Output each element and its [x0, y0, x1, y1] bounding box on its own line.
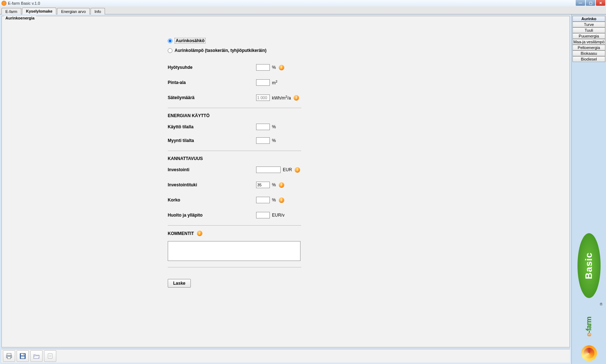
sidebar-item-biodiesel[interactable]: Biodiesel	[572, 56, 605, 62]
field-kaytto-tilalla: Käyttö tilalla %	[168, 123, 413, 130]
new-page-button[interactable]	[44, 350, 56, 362]
field-korko: Korko % i	[168, 196, 413, 204]
efarm-logo-text: e-farm	[585, 317, 593, 337]
input-myynti-tilalta[interactable]	[256, 137, 270, 144]
textarea-kommentit[interactable]	[168, 241, 300, 261]
laske-button[interactable]: Laske	[168, 279, 191, 288]
section-header-kannattavuus: KANNATTAVUUS	[168, 156, 413, 161]
app-icon	[1, 1, 6, 6]
registered-mark-icon: ®	[600, 302, 602, 306]
sidebar-item-puuenergia[interactable]: Puuenergia	[572, 33, 605, 39]
save-button[interactable]	[17, 350, 29, 362]
field-hyotysuhde: Hyötysuhde % i	[168, 64, 413, 71]
printer-icon	[5, 352, 13, 360]
radio-label-aurinkolampo: Aurinkolämpö (tasokeräin, tyhjiöputkiker…	[175, 48, 267, 53]
radio-row-aurinkosahko[interactable]: Aurinkosähkö	[168, 38, 413, 44]
field-investointituki: Investointituki % i	[168, 181, 413, 188]
info-icon[interactable]: i	[279, 65, 284, 70]
tab-kyselylomake[interactable]: Kyselylomake	[22, 8, 56, 14]
content-panel: Aurinkoenergia Aurinkosähkö Aurinkolämpö…	[1, 16, 570, 347]
input-investointi[interactable]	[256, 167, 281, 173]
input-hyotysuhde[interactable]	[256, 64, 270, 71]
input-pinta-ala[interactable]	[256, 79, 270, 86]
svg-point-3	[10, 355, 11, 356]
tab-info[interactable]: Info	[91, 8, 105, 14]
svg-rect-5	[21, 354, 25, 355]
window-maximize-button[interactable]: ▢	[586, 0, 595, 6]
window-minimize-button[interactable]: —	[576, 0, 585, 6]
info-icon[interactable]: i	[279, 182, 284, 188]
panel-title: Aurinkoenergia	[4, 16, 36, 20]
print-button[interactable]	[3, 350, 15, 362]
radio-aurinkolampo[interactable]	[168, 48, 172, 53]
top-tab-bar: E-farm Kyselylomake Energian arvo Info	[0, 6, 606, 14]
folder-open-icon	[33, 352, 40, 360]
unit-sateilymaara: kWh/m2/a	[272, 95, 291, 101]
radio-aurinkosahko[interactable]	[168, 39, 172, 43]
info-icon[interactable]: i	[197, 231, 202, 236]
label-huolto: Huolto ja ylläpito	[168, 213, 256, 218]
bottom-toolbar	[1, 349, 570, 363]
tab-energian-arvo[interactable]: Energian arvo	[57, 8, 90, 14]
unit-huolto: EUR/v	[272, 213, 285, 218]
window-controls: — ▢ ✕	[575, 0, 605, 6]
page-icon	[47, 352, 54, 360]
right-sidebar: Aurinko Turve Tuuli Puuenergia Maa-ja ve…	[571, 14, 606, 364]
window-title: E-farm Basic v.1.0	[8, 1, 40, 5]
unit-hyotysuhde: %	[272, 65, 276, 70]
unit-pinta-ala: m2	[272, 80, 277, 85]
form-area: Aurinkosähkö Aurinkolämpö (tasokeräin, t…	[2, 16, 570, 288]
input-huolto[interactable]	[256, 212, 270, 218]
content-wrap: Aurinkoenergia Aurinkosähkö Aurinkolämpö…	[0, 14, 571, 364]
field-sateilymaara: Säteilymäärä kWh/m2/a i	[168, 94, 413, 101]
unit-kaytto-tilalla: %	[272, 124, 276, 129]
sidebar-item-maa-vesilampo[interactable]: Maa-ja vesilämpö	[572, 39, 605, 45]
sidebar-item-turve[interactable]: Turve	[572, 22, 605, 27]
basic-badge-icon: Basic	[578, 233, 601, 298]
field-myynti-tilalta: Myynti tilalta %	[168, 137, 413, 144]
svg-rect-7	[21, 356, 25, 358]
divider	[168, 225, 301, 226]
window-close-button[interactable]: ✕	[596, 0, 605, 6]
info-icon[interactable]: i	[295, 167, 300, 173]
divider	[168, 267, 301, 267]
field-investointi: Investointi EUR i	[168, 166, 413, 173]
label-investointituki: Investointituki	[168, 182, 256, 187]
unit-myynti-tilalta: %	[272, 138, 276, 143]
sidebar-item-tuuli[interactable]: Tuuli	[572, 27, 605, 33]
field-huolto: Huolto ja ylläpito EUR/v	[168, 212, 413, 219]
unit-investointituki: %	[272, 182, 276, 187]
unit-korko: %	[272, 197, 276, 203]
basic-badge-text: Basic	[583, 252, 594, 279]
sidebar-item-aurinko[interactable]: Aurinko	[572, 16, 605, 22]
divider	[168, 108, 301, 108]
label-kaytto-tilalla: Käyttö tilalla	[168, 124, 256, 129]
floppy-icon	[19, 352, 26, 360]
svg-rect-0	[7, 353, 11, 355]
label-sateilymaara: Säteilymäärä	[168, 95, 256, 100]
radio-row-aurinkolampo[interactable]: Aurinkolämpö (tasokeräin, tyhjiöputkiker…	[168, 48, 413, 53]
svg-rect-2	[8, 356, 10, 359]
label-hyotysuhde: Hyötysuhde	[168, 65, 256, 70]
label-pinta-ala: Pinta-ala	[168, 80, 256, 85]
svg-rect-6	[23, 354, 24, 355]
input-investointituki[interactable]	[256, 182, 270, 188]
section-header-energian: ENERGIAN KÄYTTÖ	[168, 113, 413, 118]
unit-investointi: EUR	[283, 167, 292, 172]
divider	[168, 151, 301, 151]
sidebar-item-peltoenergia[interactable]: Peltoenergia	[572, 45, 605, 50]
info-icon[interactable]: i	[294, 95, 299, 101]
label-myynti-tilalta: Myynti tilalta	[168, 138, 256, 143]
info-icon[interactable]: i	[279, 197, 284, 203]
window-titlebar: E-farm Basic v.1.0 — ▢ ✕	[0, 0, 606, 6]
sidebar-item-biokaasu[interactable]: Biokaasu	[572, 50, 605, 56]
label-investointi: Investointi	[168, 167, 256, 172]
input-kaytto-tilalla[interactable]	[256, 124, 270, 130]
section-header-kommentit: KOMMENTIT i	[168, 231, 413, 236]
label-kommentit: KOMMENTIT	[168, 231, 194, 236]
input-korko[interactable]	[256, 197, 270, 203]
radio-label-aurinkosahko: Aurinkosähkö	[175, 38, 206, 44]
tab-efarm[interactable]: E-farm	[1, 8, 21, 14]
open-button[interactable]	[30, 350, 43, 362]
input-sateilymaara	[256, 94, 270, 101]
